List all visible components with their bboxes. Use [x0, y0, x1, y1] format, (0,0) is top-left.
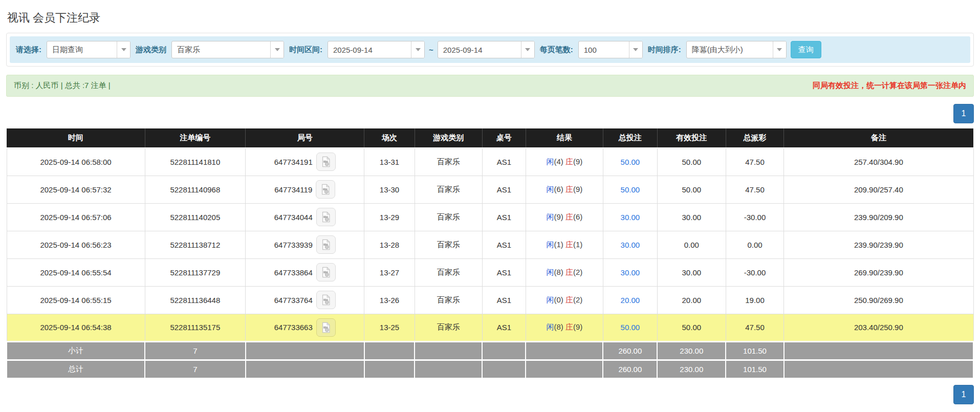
cell-game: 百家乐: [415, 176, 482, 203]
footer-empty-cell: [415, 360, 482, 378]
total-bet-link[interactable]: 30.00: [621, 241, 640, 249]
cell-remark: 250.90/269.90: [784, 286, 973, 314]
date-from-picker[interactable]: 2025-09-14: [328, 41, 425, 58]
page-size-value: 100: [579, 41, 629, 58]
result-player-score: (8): [554, 322, 563, 331]
chevron-down-icon[interactable]: [270, 41, 284, 58]
result-banker-label: 庄: [565, 295, 573, 304]
cell-payout: -30.00: [726, 258, 783, 286]
cell-bet-id: 522811141810: [145, 148, 245, 176]
column-header: 有效投注: [657, 128, 726, 148]
video-file-icon: [320, 267, 332, 278]
cell-total-bet: 20.00: [603, 286, 657, 314]
page-button-1[interactable]: 1: [953, 385, 974, 404]
video-replay-button[interactable]: [316, 318, 336, 337]
time-sort-select[interactable]: 降冪(由大到小): [686, 41, 787, 58]
cell-valid-bet: 50.00: [657, 314, 726, 341]
video-file-icon: [320, 184, 331, 195]
page-button-1[interactable]: 1: [953, 104, 974, 123]
total-bet-link[interactable]: 50.00: [621, 323, 640, 332]
column-header: 场次: [364, 128, 415, 148]
cell-result: 闲(1) 庄(1): [526, 231, 603, 258]
cell-valid-bet: 50.00: [657, 176, 726, 203]
chevron-down-icon[interactable]: [773, 41, 786, 58]
date-range-label: 时间区间:: [288, 45, 323, 55]
game-category-select[interactable]: 百家乐: [171, 41, 284, 58]
cell-game: 百家乐: [415, 231, 482, 258]
cell-round-id: 647734191: [246, 148, 364, 176]
footer-label: 总计: [7, 360, 145, 378]
date-to-picker[interactable]: 2025-09-14: [438, 41, 535, 58]
table-footer-row: 小计7260.00230.00101.50: [7, 341, 973, 360]
cell-total-bet: 50.00: [603, 314, 657, 341]
footer-empty-cell: [246, 360, 364, 378]
result-player-label: 闲: [546, 240, 554, 249]
video-replay-button[interactable]: [316, 180, 335, 199]
footer-empty-cell: [364, 360, 415, 378]
footer-payout: 101.50: [726, 341, 783, 360]
cell-payout: 0.00: [726, 231, 783, 258]
pagination-top: 1: [6, 104, 974, 123]
footer-total-bet: 260.00: [603, 341, 657, 360]
query-button[interactable]: 查询: [791, 41, 821, 58]
cell-round-id: 647734119: [246, 176, 364, 203]
cell-game: 百家乐: [415, 203, 482, 231]
cell-result: 闲(8) 庄(9): [526, 314, 603, 341]
cell-session: 13-31: [364, 148, 415, 176]
result-banker-score: (1): [573, 240, 582, 249]
video-replay-button[interactable]: [316, 291, 336, 309]
cell-total-bet: 50.00: [603, 176, 657, 203]
video-replay-button[interactable]: [316, 153, 336, 171]
filter-panel: 请选择: 日期查询 游戏类别 百家乐 时间区间: 2025-09-14 ~ 20…: [6, 33, 974, 67]
video-replay-button[interactable]: [316, 235, 336, 254]
footer-valid-bet: 230.00: [657, 341, 726, 360]
result-player-label: 闲: [546, 295, 554, 304]
result-banker-score: (9): [573, 185, 582, 193]
cell-valid-bet: 50.00: [657, 148, 726, 176]
result-banker-score: (2): [573, 268, 582, 276]
column-header: 游戏类别: [415, 128, 482, 148]
table-header-row: 时间注单编号局号场次游戏类别桌号结果总投注有效投注总派彩备注: [7, 128, 973, 148]
video-file-icon: [320, 294, 332, 306]
page-size-select[interactable]: 100: [578, 41, 643, 58]
result-player-score: (1): [554, 240, 563, 249]
cell-bet-id: 522811136448: [145, 286, 245, 314]
total-bet-link[interactable]: 30.00: [621, 213, 640, 222]
cell-game: 百家乐: [415, 258, 482, 286]
result-banker-score: (9): [573, 322, 582, 331]
table-row: 2025-09-14 06:56:23 522811138712 6477339…: [7, 231, 973, 258]
round-id-text: 647733663: [274, 323, 313, 332]
query-type-label: 请选择:: [15, 45, 42, 55]
total-bet-link[interactable]: 50.00: [621, 185, 640, 194]
round-id-text: 647734119: [274, 185, 312, 194]
video-replay-button[interactable]: [316, 263, 336, 281]
footer-label: 小计: [7, 341, 145, 360]
pagination-bottom: 1: [6, 385, 974, 404]
bet-records-table: 时间注单编号局号场次游戏类别桌号结果总投注有效投注总派彩备注 2025-09-1…: [6, 128, 974, 379]
cell-remark: 203.40/250.90: [784, 314, 973, 341]
result-player-label: 闲: [546, 268, 554, 276]
cell-bet-id: 522811137729: [145, 258, 245, 286]
game-category-value: 百家乐: [172, 41, 270, 58]
chevron-down-icon[interactable]: [117, 41, 130, 58]
footer-empty-cell: [784, 360, 973, 378]
video-file-icon: [320, 322, 332, 333]
chevron-down-icon[interactable]: [411, 41, 424, 58]
column-header: 结果: [526, 128, 603, 148]
cell-payout: 47.50: [726, 314, 783, 341]
table-row: 2025-09-14 06:54:38 522811135175 6477336…: [7, 314, 973, 341]
total-bet-link[interactable]: 20.00: [621, 296, 640, 305]
cell-round-id: 647734044: [246, 203, 364, 231]
query-type-select[interactable]: 日期查询: [47, 41, 130, 58]
cell-round-id: 647733663: [246, 314, 364, 341]
cell-total-bet: 50.00: [603, 148, 657, 176]
chevron-down-icon[interactable]: [629, 41, 642, 58]
date-to-value: 2025-09-14: [438, 41, 521, 58]
chevron-down-icon[interactable]: [521, 41, 534, 58]
total-bet-link[interactable]: 50.00: [621, 158, 640, 166]
cell-total-bet: 30.00: [603, 258, 657, 286]
total-bet-link[interactable]: 30.00: [621, 268, 640, 277]
video-replay-button[interactable]: [316, 208, 336, 226]
cell-session: 13-29: [364, 203, 415, 231]
result-player-score: (4): [554, 157, 563, 166]
